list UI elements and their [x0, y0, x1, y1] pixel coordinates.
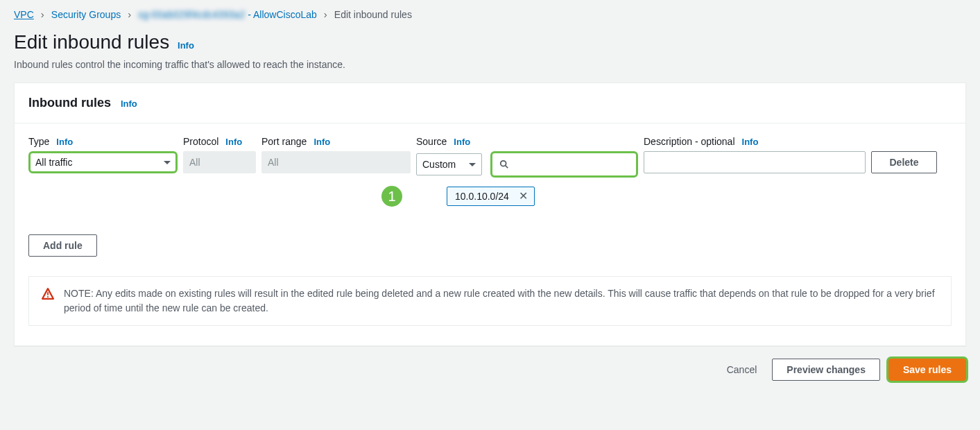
- col-port-text: Port range: [261, 136, 307, 147]
- source-mode-value: Custom: [422, 159, 456, 170]
- breadcrumb: VPC › Security Groups › sg-00ab029f4cdc4…: [0, 0, 980, 26]
- source-search-input[interactable]: [492, 153, 636, 175]
- cidr-tag: 10.0.10.0/24 ✕: [447, 187, 535, 206]
- port-value: All: [268, 157, 279, 168]
- page-info-link[interactable]: Info: [178, 40, 194, 51]
- col-port-label: Port range Info: [261, 136, 411, 147]
- col-type-text: Type: [28, 136, 49, 147]
- protocol-value: All: [189, 157, 200, 168]
- page-title: Edit inbound rules: [14, 31, 169, 53]
- description-cell: [644, 151, 866, 173]
- col-protocol-info[interactable]: Info: [225, 137, 242, 147]
- breadcrumb-vpc[interactable]: VPC: [14, 9, 34, 20]
- breadcrumb-sg-id-blurred: sg-00ab029f4cdc4393a2: [138, 9, 245, 20]
- chevron-right-icon: ›: [41, 8, 44, 20]
- preview-changes-button[interactable]: Preview changes: [772, 359, 880, 381]
- chevron-right-icon: ›: [128, 8, 131, 20]
- col-type-info[interactable]: Info: [56, 137, 73, 147]
- callout-badge: 1: [381, 186, 402, 207]
- add-rule-button[interactable]: Add rule: [28, 234, 97, 257]
- note-text: NOTE: Any edits made on existing rules w…: [64, 286, 938, 316]
- svg-point-0: [501, 161, 506, 166]
- caret-down-icon: [164, 161, 171, 164]
- description-input[interactable]: [644, 151, 866, 173]
- type-select-value: All traffic: [35, 157, 72, 168]
- protocol-input: All: [183, 151, 256, 173]
- col-port-info[interactable]: Info: [313, 137, 330, 147]
- add-rule-row: Add rule: [28, 234, 952, 257]
- page-header: Edit inbound rules Info Inbound rules co…: [0, 26, 980, 83]
- col-source-label: Source Info: [416, 136, 638, 147]
- breadcrumb-sg-detail[interactable]: sg-00ab029f4cdc4393a2 - AllowCiscoLab: [138, 9, 317, 20]
- type-select[interactable]: All traffic: [28, 151, 178, 173]
- col-type-label: Type Info: [28, 136, 178, 147]
- col-source-text: Source: [416, 136, 447, 147]
- delete-cell: Delete: [871, 151, 937, 173]
- search-icon: [499, 160, 509, 169]
- panel-title: Inbound rules: [28, 96, 111, 110]
- inbound-rules-panel: Inbound rules Info Type Info Protocol In…: [14, 83, 966, 346]
- col-protocol-label: Protocol Info: [183, 136, 256, 147]
- page-actions: Cancel Preview changes Save rules: [0, 346, 980, 397]
- panel-header: Inbound rules Info: [15, 83, 965, 123]
- source-mode-select[interactable]: Custom: [416, 153, 482, 175]
- save-rules-button[interactable]: Save rules: [888, 359, 966, 381]
- svg-line-1: [506, 166, 508, 169]
- port-input: All: [261, 151, 411, 173]
- warning-icon: [42, 288, 54, 300]
- page-subtitle: Inbound rules control the incoming traff…: [14, 59, 966, 70]
- col-description-label: Description - optional Info: [644, 136, 866, 147]
- breadcrumb-sg-suffix: - AllowCiscoLab: [245, 9, 317, 20]
- remove-cidr-icon[interactable]: ✕: [519, 191, 528, 202]
- source-tag-row: 1 10.0.10.0/24 ✕: [381, 186, 638, 207]
- caret-down-icon: [469, 163, 476, 166]
- breadcrumb-security-groups[interactable]: Security Groups: [51, 9, 121, 20]
- col-description-text: Description - optional: [644, 136, 735, 147]
- panel-body: Type Info Protocol Info Port range Info …: [15, 123, 965, 345]
- col-description-info[interactable]: Info: [742, 137, 759, 147]
- col-source-info[interactable]: Info: [454, 137, 470, 147]
- svg-rect-2: [47, 292, 49, 295]
- source-cell: Custom 1 10.0.10.0/24: [416, 151, 638, 207]
- panel-info-link[interactable]: Info: [121, 98, 137, 109]
- cidr-tag-value: 10.0.10.0/24: [455, 191, 509, 202]
- col-protocol-text: Protocol: [183, 136, 218, 147]
- svg-rect-3: [47, 296, 49, 298]
- delete-button[interactable]: Delete: [871, 151, 937, 173]
- source-search[interactable]: [490, 151, 638, 178]
- cancel-button[interactable]: Cancel: [720, 359, 764, 381]
- rules-grid: Type Info Protocol Info Port range Info …: [28, 136, 952, 207]
- breadcrumb-current: Edit inbound rules: [334, 9, 412, 20]
- chevron-right-icon: ›: [324, 8, 327, 20]
- source-row: Custom: [416, 151, 638, 178]
- note-box: NOTE: Any edits made on existing rules w…: [28, 276, 952, 326]
